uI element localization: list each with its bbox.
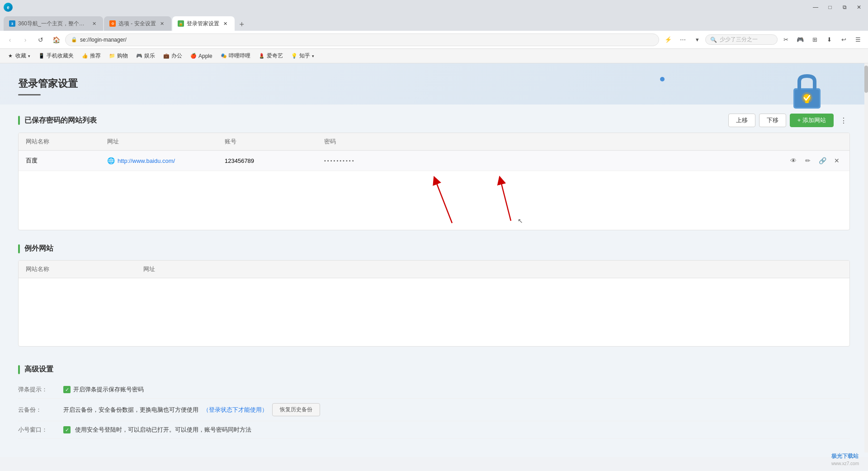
address-bar[interactable]: 🔒 se://login-manager/ bbox=[65, 33, 659, 46]
watermark-icon: 极光下载站 bbox=[831, 453, 859, 459]
popup-tip-content: ✓ 开启弹条提示保存账号密码 bbox=[63, 385, 850, 394]
col-url: 网址 bbox=[107, 138, 225, 146]
table-empty-area: ↖ bbox=[19, 171, 849, 230]
maximize-button[interactable]: □ bbox=[825, 2, 835, 13]
download-icon[interactable]: ⬇ bbox=[823, 33, 835, 46]
browser-icon: e bbox=[4, 3, 13, 12]
excol-site-name: 网站名称 bbox=[26, 265, 143, 273]
refresh-button[interactable]: ↺ bbox=[34, 33, 47, 46]
forward-button[interactable]: › bbox=[19, 33, 32, 46]
bookmark-bilibili[interactable]: 🎭 哔哩哔哩 bbox=[217, 51, 254, 61]
svg-line-6 bbox=[500, 180, 511, 221]
down-button[interactable]: 下移 bbox=[759, 114, 786, 127]
popup-tip-row: 弹条提示： ✓ 开启弹条提示保存账号密码 bbox=[18, 381, 850, 399]
bookmark-office[interactable]: 💼 办公 bbox=[160, 51, 186, 61]
title-bar-left: e bbox=[4, 3, 13, 12]
lightning-icon[interactable]: ⚡ bbox=[662, 33, 675, 46]
entertainment-label: 娱乐 bbox=[144, 52, 155, 60]
small-window-text: 使用安全号登陆时，可以启动已打开。可以使用，账号密码同时方法 bbox=[75, 426, 251, 434]
lock-illustration bbox=[791, 72, 823, 112]
saved-sites-section: 已保存密码的网站列表 上移 下移 + 添加网站 ⋮ 网站名称 网址 账号 密码 bbox=[0, 105, 868, 239]
tab-login-title: 登录管家设置 bbox=[187, 20, 219, 28]
scrollbar[interactable] bbox=[864, 63, 868, 452]
entertainment-icon: 🎮 bbox=[136, 53, 142, 59]
tab-login-close[interactable]: ✕ bbox=[222, 20, 229, 27]
annotation-arrows: ↖ bbox=[19, 171, 849, 230]
bookmark-recommend[interactable]: 👍 推荐 bbox=[78, 51, 104, 61]
cloud-backup-row: 云备份： 开启云备份，安全备份数据，更换电脑也可方便使用 （登录状态下才能使用）… bbox=[18, 399, 850, 421]
bookmark-mobile[interactable]: 📱 手机收藏夹 bbox=[35, 51, 77, 61]
back-button[interactable]: ‹ bbox=[4, 33, 16, 46]
view-password-button[interactable]: 👁 bbox=[788, 155, 799, 166]
home-button[interactable]: 🏠 bbox=[50, 33, 62, 46]
small-window-content: ✓ 使用安全号登陆时，可以启动已打开。可以使用，账号密码同时方法 bbox=[63, 426, 850, 434]
advanced-title-group: 高级设置 bbox=[18, 365, 850, 374]
close-window-button[interactable]: ✕ bbox=[854, 2, 864, 13]
password-dots: •••••••••• bbox=[324, 158, 355, 163]
small-window-checkbox[interactable]: ✓ bbox=[63, 426, 71, 433]
saved-sites-header-row: 已保存密码的网站列表 上移 下移 + 添加网站 ⋮ bbox=[18, 114, 850, 127]
delete-row-button[interactable]: ✕ bbox=[831, 155, 842, 166]
tab-360-close[interactable]: ✕ bbox=[90, 20, 98, 27]
exception-table-header: 网站名称 网址 bbox=[19, 261, 849, 278]
bookmark-entertainment[interactable]: 🎮 娱乐 bbox=[132, 51, 159, 61]
bookmark-iqiyi[interactable]: 💄 爱奇艺 bbox=[255, 51, 287, 61]
page-title-area: 登录管家设置 bbox=[18, 77, 850, 95]
watermark-url: www.xz7.com bbox=[831, 461, 859, 466]
extensions-icon[interactable]: ⋯ bbox=[676, 33, 689, 46]
browser-window: e — □ ⧉ ✕ 3 360导航_一个主页，整个世界 ✕ ⚙ 选项 - 安全设… bbox=[0, 0, 868, 457]
bookmark-zhihu[interactable]: 💡 知乎 ▾ bbox=[288, 51, 318, 61]
col-password: 密码 bbox=[324, 138, 842, 146]
bookmark-shopping[interactable]: 📁 购物 bbox=[105, 51, 132, 61]
svg-point-4 bbox=[802, 92, 812, 103]
menu-icon[interactable]: ☰ bbox=[852, 33, 864, 46]
restore-backup-button[interactable]: 恢复历史备份 bbox=[272, 403, 320, 416]
exception-sites-bar bbox=[18, 244, 20, 253]
zhihu-label: 知乎 bbox=[299, 52, 310, 60]
edit-button[interactable]: ✏ bbox=[802, 155, 813, 166]
zhihu-icon: 💡 bbox=[291, 53, 297, 59]
small-window-label: 小号窗口： bbox=[18, 426, 63, 434]
saved-sites-label: 已保存密码的网站列表 bbox=[24, 116, 97, 125]
shopping-icon: 📁 bbox=[109, 53, 115, 59]
office-label: 办公 bbox=[171, 52, 182, 60]
nav-bar: ‹ › ↺ 🏠 🔒 se://login-manager/ ⚡ ⋯ ▾ 🔍 少少… bbox=[0, 31, 868, 49]
saved-sites-table-header: 网站名称 网址 账号 密码 bbox=[19, 133, 849, 151]
minimize-button[interactable]: — bbox=[810, 2, 821, 13]
shopping-label: 购物 bbox=[117, 52, 128, 60]
popup-tip-checkbox-wrapper: ✓ 开启弹条提示保存账号密码 bbox=[63, 385, 144, 394]
baidu-url-text: http://www.baidu.com/ bbox=[118, 157, 175, 164]
col-account: 账号 bbox=[225, 138, 324, 146]
tab-login-favicon: 🔒 bbox=[178, 20, 184, 27]
popup-tip-label: 弹条提示： bbox=[18, 385, 63, 394]
scrollbar-thumb[interactable] bbox=[864, 66, 868, 93]
popup-tip-checkbox[interactable]: ✓ bbox=[63, 386, 71, 393]
search-box[interactable]: 🔍 少少了三分之一 bbox=[705, 34, 778, 45]
new-tab-button[interactable]: + bbox=[236, 18, 248, 31]
watermark: 极光下载站 www.xz7.com bbox=[831, 452, 859, 466]
restore-window-button[interactable]: ⧉ bbox=[839, 2, 850, 13]
site-url-baidu: 🌐 http://www.baidu.com/ bbox=[107, 157, 225, 164]
tab-login-manager[interactable]: 🔒 登录管家设置 ✕ bbox=[172, 16, 235, 31]
open-link-button[interactable]: 🔗 bbox=[817, 155, 828, 166]
bookmark-apple[interactable]: 🍎 Apple bbox=[187, 52, 216, 60]
tab-360[interactable]: 3 360导航_一个主页，整个世界 ✕ bbox=[4, 16, 103, 31]
cut-icon[interactable]: ✂ bbox=[779, 33, 792, 46]
add-site-button[interactable]: + 添加网站 bbox=[790, 114, 834, 127]
grid-icon[interactable]: ⊞ bbox=[808, 33, 821, 46]
iqiyi-icon: 💄 bbox=[259, 53, 265, 59]
tab-settings-close[interactable]: ✕ bbox=[159, 20, 166, 27]
up-button[interactable]: 上移 bbox=[728, 114, 755, 127]
undo-icon[interactable]: ↩ bbox=[837, 33, 850, 46]
title-bar-right: — □ ⧉ ✕ bbox=[810, 2, 864, 13]
tab-360-favicon: 3 bbox=[9, 20, 15, 27]
tab-settings[interactable]: ⚙ 选项 - 安全设置 ✕ bbox=[104, 16, 171, 31]
apple-icon: 🍎 bbox=[190, 53, 197, 59]
bookmark-favorites[interactable]: ★ 收藏 ▾ bbox=[4, 51, 34, 61]
saved-sites-table: 网站名称 网址 账号 密码 百度 🌐 http://www.baidu.com/… bbox=[18, 133, 850, 230]
more-options-button[interactable]: ⋮ bbox=[837, 114, 850, 127]
game-icon[interactable]: 🎮 bbox=[794, 33, 807, 46]
dropdown-icon[interactable]: ▾ bbox=[691, 33, 703, 46]
popup-tip-text: 开启弹条提示保存账号密码 bbox=[73, 385, 144, 394]
cloud-backup-link[interactable]: （登录状态下才能使用） bbox=[203, 406, 268, 414]
